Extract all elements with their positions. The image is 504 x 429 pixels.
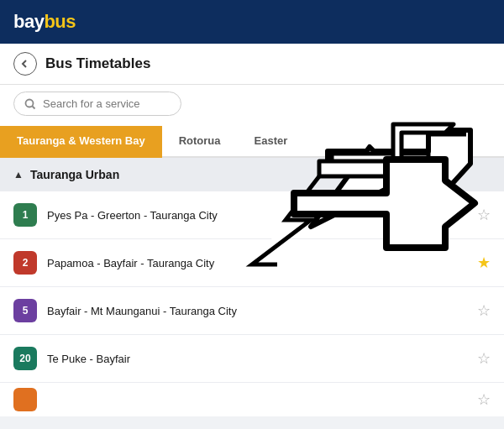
route-row[interactable]: 1 Pyes Pa - Greerton - Tauranga City ☆: [0, 191, 504, 239]
search-container[interactable]: [13, 92, 181, 116]
route-badge-partial: [13, 388, 37, 411]
search-wrapper: [0, 85, 504, 126]
content-area: ▲ Tauranga Urban 1 Pyes Pa - Greerton - …: [0, 158, 504, 416]
search-input[interactable]: [43, 97, 171, 110]
app-header: baybus: [0, 0, 504, 44]
star-icon-1[interactable]: ☆: [477, 206, 491, 224]
back-button[interactable]: [13, 52, 37, 76]
star-icon-partial[interactable]: ☆: [477, 390, 491, 409]
star-icon-2[interactable]: ★: [477, 254, 491, 272]
tabs-bar: Tauranga & Western Bay Rotorua Easter: [0, 126, 504, 158]
route-name-20: Te Puke - Bayfair: [47, 353, 467, 365]
back-icon: [20, 59, 30, 69]
route-name-2: Papamoa - Bayfair - Tauranga City: [47, 257, 467, 269]
route-badge-2: 2: [13, 251, 37, 275]
tab-eastern[interactable]: Easter: [238, 126, 305, 158]
tab-tauranga[interactable]: Tauranga & Western Bay: [0, 126, 162, 158]
route-row-partial[interactable]: ☆: [0, 383, 504, 416]
collapse-icon[interactable]: ▲: [13, 169, 24, 180]
star-icon-5[interactable]: ☆: [477, 301, 491, 320]
route-badge-5: 5: [13, 299, 37, 322]
tab-rotorua[interactable]: Rotorua: [162, 126, 238, 158]
route-badge-20: 20: [13, 347, 37, 370]
sub-header: Bus Timetables: [0, 44, 504, 85]
route-name-5: Bayfair - Mt Maunganui - Tauranga City: [47, 305, 467, 317]
route-row[interactable]: 5 Bayfair - Mt Maunganui - Tauranga City…: [0, 287, 504, 335]
route-name-1: Pyes Pa - Greerton - Tauranga City: [47, 209, 467, 222]
search-icon: [24, 98, 36, 110]
svg-point-0: [26, 99, 34, 107]
logo-bus: bus: [44, 11, 76, 33]
svg-line-1: [33, 106, 35, 108]
star-icon-20[interactable]: ☆: [477, 349, 491, 368]
route-list: 1 Pyes Pa - Greerton - Tauranga City ☆ 2…: [0, 191, 504, 416]
section-header: ▲ Tauranga Urban: [0, 158, 504, 191]
route-row[interactable]: 2 Papamoa - Bayfair - Tauranga City ★: [0, 239, 504, 287]
page-title: Bus Timetables: [45, 55, 150, 72]
logo-bay: bay: [13, 11, 44, 33]
section-title: Tauranga Urban: [30, 168, 119, 181]
route-row[interactable]: 20 Te Puke - Bayfair ☆: [0, 335, 504, 383]
route-badge-1: 1: [13, 203, 37, 227]
logo: baybus: [13, 11, 76, 33]
